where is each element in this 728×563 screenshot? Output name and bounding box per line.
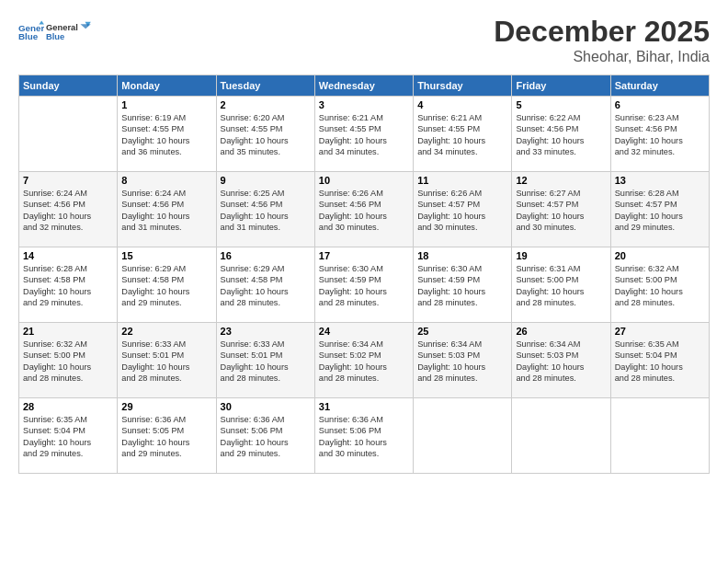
- day-info: Sunrise: 6:35 AM Sunset: 5:04 PM Dayligh…: [615, 339, 705, 385]
- calendar-cell: 3Sunrise: 6:21 AM Sunset: 4:55 PM Daylig…: [314, 97, 413, 172]
- day-number: 23: [221, 326, 311, 337]
- svg-text:General: General: [46, 23, 78, 32]
- svg-marker-6: [81, 24, 91, 29]
- day-number: 1: [121, 99, 211, 110]
- calendar-cell: 18Sunrise: 6:30 AM Sunset: 4:59 PM Dayli…: [414, 247, 512, 323]
- day-number: 24: [319, 326, 409, 337]
- day-number: 26: [516, 326, 606, 337]
- header-day-thursday: Thursday: [414, 75, 512, 97]
- calendar-cell: 11Sunrise: 6:26 AM Sunset: 4:57 PM Dayli…: [414, 172, 512, 247]
- day-info: Sunrise: 6:23 AM Sunset: 4:56 PM Dayligh…: [615, 112, 705, 158]
- day-number: 17: [319, 250, 409, 261]
- day-number: 10: [319, 175, 409, 186]
- day-number: 8: [121, 175, 211, 186]
- calendar-week-row: 21Sunrise: 6:32 AM Sunset: 5:00 PM Dayli…: [19, 323, 710, 398]
- calendar-cell: 20Sunrise: 6:32 AM Sunset: 5:00 PM Dayli…: [610, 247, 709, 323]
- header-day-friday: Friday: [512, 75, 610, 97]
- day-info: Sunrise: 6:28 AM Sunset: 4:57 PM Dayligh…: [615, 188, 705, 234]
- header-day-sunday: Sunday: [19, 75, 118, 97]
- day-info: Sunrise: 6:19 AM Sunset: 4:55 PM Dayligh…: [121, 112, 211, 158]
- calendar-cell: 15Sunrise: 6:29 AM Sunset: 4:58 PM Dayli…: [118, 247, 216, 323]
- calendar-cell: 19Sunrise: 6:31 AM Sunset: 5:00 PM Dayli…: [512, 247, 610, 323]
- calendar-cell: 12Sunrise: 6:27 AM Sunset: 4:57 PM Dayli…: [512, 172, 610, 247]
- calendar-week-row: 14Sunrise: 6:28 AM Sunset: 4:58 PM Dayli…: [19, 247, 710, 323]
- logo-icon: General Blue: [18, 19, 44, 45]
- day-info: Sunrise: 6:26 AM Sunset: 4:57 PM Dayligh…: [417, 188, 507, 234]
- calendar-cell: [414, 398, 512, 474]
- calendar-cell: 26Sunrise: 6:34 AM Sunset: 5:03 PM Dayli…: [512, 323, 610, 398]
- day-number: 4: [417, 99, 507, 110]
- calendar-cell: 23Sunrise: 6:33 AM Sunset: 5:01 PM Dayli…: [216, 323, 314, 398]
- day-info: Sunrise: 6:35 AM Sunset: 5:04 PM Dayligh…: [23, 414, 113, 460]
- day-number: 14: [23, 250, 113, 261]
- day-info: Sunrise: 6:36 AM Sunset: 5:06 PM Dayligh…: [319, 414, 409, 460]
- calendar-week-row: 28Sunrise: 6:35 AM Sunset: 5:04 PM Dayli…: [19, 398, 710, 474]
- day-number: 31: [319, 401, 409, 412]
- day-number: 30: [221, 401, 311, 412]
- day-number: 18: [417, 250, 507, 261]
- day-info: Sunrise: 6:28 AM Sunset: 4:58 PM Dayligh…: [23, 263, 113, 309]
- calendar-cell: 2Sunrise: 6:20 AM Sunset: 4:55 PM Daylig…: [216, 97, 314, 172]
- day-number: 13: [615, 175, 705, 186]
- day-number: 11: [417, 175, 507, 186]
- day-info: Sunrise: 6:20 AM Sunset: 4:55 PM Dayligh…: [221, 112, 311, 158]
- calendar-cell: 13Sunrise: 6:28 AM Sunset: 4:57 PM Dayli…: [610, 172, 709, 247]
- day-number: 29: [121, 401, 211, 412]
- day-info: Sunrise: 6:29 AM Sunset: 4:58 PM Dayligh…: [221, 263, 311, 309]
- day-info: Sunrise: 6:34 AM Sunset: 5:03 PM Dayligh…: [516, 339, 606, 385]
- calendar-cell: 25Sunrise: 6:34 AM Sunset: 5:03 PM Dayli…: [414, 323, 512, 398]
- day-info: Sunrise: 6:34 AM Sunset: 5:03 PM Dayligh…: [417, 339, 507, 385]
- page-header: General Blue General Blue December 2025 …: [18, 15, 710, 65]
- day-number: 19: [516, 250, 606, 261]
- location-subtitle: Sheohar, Bihar, India: [494, 49, 710, 65]
- calendar-cell: 22Sunrise: 6:33 AM Sunset: 5:01 PM Dayli…: [118, 323, 216, 398]
- day-number: 25: [417, 326, 507, 337]
- day-info: Sunrise: 6:27 AM Sunset: 4:57 PM Dayligh…: [516, 188, 606, 234]
- calendar-cell: 29Sunrise: 6:36 AM Sunset: 5:05 PM Dayli…: [118, 398, 216, 474]
- day-number: 2: [221, 99, 311, 110]
- day-number: 15: [121, 250, 211, 261]
- svg-text:Blue: Blue: [46, 32, 64, 41]
- header-day-wednesday: Wednesday: [314, 75, 413, 97]
- day-info: Sunrise: 6:21 AM Sunset: 4:55 PM Dayligh…: [417, 112, 507, 158]
- calendar-cell: 21Sunrise: 6:32 AM Sunset: 5:00 PM Dayli…: [19, 323, 118, 398]
- day-info: Sunrise: 6:29 AM Sunset: 4:58 PM Dayligh…: [121, 263, 211, 309]
- day-number: 21: [23, 326, 113, 337]
- day-info: Sunrise: 6:30 AM Sunset: 4:59 PM Dayligh…: [319, 263, 409, 309]
- calendar-table: SundayMondayTuesdayWednesdayThursdayFrid…: [18, 75, 710, 474]
- svg-text:Blue: Blue: [18, 31, 39, 41]
- day-info: Sunrise: 6:32 AM Sunset: 5:00 PM Dayligh…: [615, 263, 705, 309]
- day-number: 20: [615, 250, 705, 261]
- logo: General Blue General Blue: [18, 15, 92, 50]
- day-info: Sunrise: 6:25 AM Sunset: 4:56 PM Dayligh…: [221, 188, 311, 234]
- calendar-cell: [19, 97, 118, 172]
- day-info: Sunrise: 6:30 AM Sunset: 4:59 PM Dayligh…: [417, 263, 507, 309]
- day-info: Sunrise: 6:22 AM Sunset: 4:56 PM Dayligh…: [516, 112, 606, 158]
- day-number: 3: [319, 99, 409, 110]
- calendar-cell: 4Sunrise: 6:21 AM Sunset: 4:55 PM Daylig…: [414, 97, 512, 172]
- header-day-tuesday: Tuesday: [216, 75, 314, 97]
- calendar-week-row: 1Sunrise: 6:19 AM Sunset: 4:55 PM Daylig…: [19, 97, 710, 172]
- day-number: 6: [615, 99, 705, 110]
- day-number: 5: [516, 99, 606, 110]
- day-info: Sunrise: 6:33 AM Sunset: 5:01 PM Dayligh…: [221, 339, 311, 385]
- day-number: 28: [23, 401, 113, 412]
- day-number: 16: [221, 250, 311, 261]
- day-info: Sunrise: 6:31 AM Sunset: 5:00 PM Dayligh…: [516, 263, 606, 309]
- calendar-cell: 1Sunrise: 6:19 AM Sunset: 4:55 PM Daylig…: [118, 97, 216, 172]
- calendar-cell: 30Sunrise: 6:36 AM Sunset: 5:06 PM Dayli…: [216, 398, 314, 474]
- day-info: Sunrise: 6:26 AM Sunset: 4:56 PM Dayligh…: [319, 188, 409, 234]
- day-info: Sunrise: 6:24 AM Sunset: 4:56 PM Dayligh…: [121, 188, 211, 234]
- day-number: 27: [615, 326, 705, 337]
- day-info: Sunrise: 6:34 AM Sunset: 5:02 PM Dayligh…: [319, 339, 409, 385]
- day-number: 7: [23, 175, 113, 186]
- day-info: Sunrise: 6:33 AM Sunset: 5:01 PM Dayligh…: [121, 339, 211, 385]
- day-number: 12: [516, 175, 606, 186]
- day-number: 22: [121, 326, 211, 337]
- day-info: Sunrise: 6:36 AM Sunset: 5:05 PM Dayligh…: [121, 414, 211, 460]
- calendar-cell: 17Sunrise: 6:30 AM Sunset: 4:59 PM Dayli…: [314, 247, 413, 323]
- calendar-cell: 24Sunrise: 6:34 AM Sunset: 5:02 PM Dayli…: [314, 323, 413, 398]
- calendar-cell: [512, 398, 610, 474]
- day-info: Sunrise: 6:21 AM Sunset: 4:55 PM Dayligh…: [319, 112, 409, 158]
- header-day-monday: Monday: [118, 75, 216, 97]
